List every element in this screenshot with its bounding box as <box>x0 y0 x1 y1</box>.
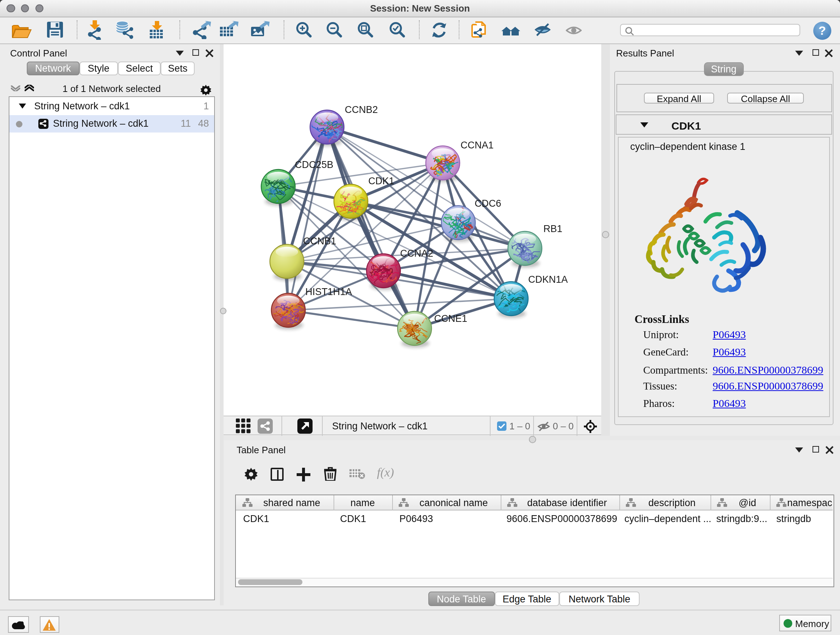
svg-text:CCNB2: CCNB2 <box>345 104 378 115</box>
svg-text:CDC25B: CDC25B <box>295 159 333 170</box>
svg-text:RB1: RB1 <box>543 223 562 234</box>
svg-text:CDC6: CDC6 <box>475 198 501 209</box>
svg-text:CDKN1A: CDKN1A <box>528 274 568 285</box>
svg-text:CCNA1: CCNA1 <box>461 139 494 150</box>
svg-text:CCNB1: CCNB1 <box>303 235 336 246</box>
svg-text:CCNA2: CCNA2 <box>400 248 433 258</box>
svg-text:CDK1: CDK1 <box>368 175 394 186</box>
svg-text:CCNE1: CCNE1 <box>434 313 467 324</box>
svg-text:HIST1H1A: HIST1H1A <box>305 286 352 297</box>
